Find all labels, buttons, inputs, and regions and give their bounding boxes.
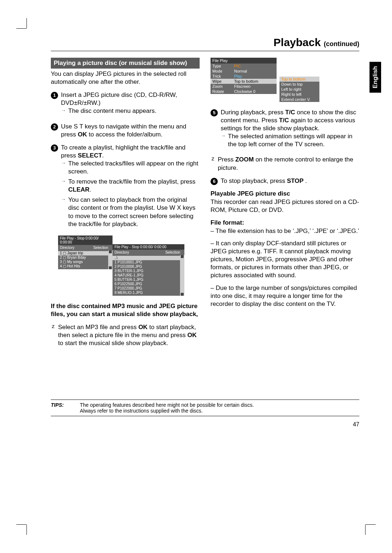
popup-item: Extend center V. — [279, 97, 319, 102]
tips-body: The operating features described here mi… — [80, 402, 254, 414]
col-header: Selection — [89, 245, 113, 250]
wipe-popup: Top to bottom Down to top Left to right … — [279, 77, 319, 102]
step-text: To stop playback, press STOP . — [221, 177, 359, 185]
page-title-continued: (continued) — [324, 40, 359, 48]
jpeg-body: This recorder can read JPEG pictures sto… — [211, 198, 359, 214]
tips-label: TIPS: — [51, 402, 73, 414]
step-text: Insert a JPEG picture disc (CD, CD-R/RW,… — [61, 91, 200, 107]
list-item: ..\ — [113, 256, 180, 260]
intro-text: You can display JPEG pictures in the sel… — [51, 70, 200, 86]
crop-mark-bl — [16, 520, 31, 535]
list-item: 1 P1010001.JPG — [114, 260, 142, 264]
step-number-icon: 2 — [51, 123, 58, 131]
step-result: The selected animation settings will app… — [221, 132, 359, 148]
col-header: Directory — [113, 250, 161, 255]
tips-line: Always refer to the instructions supplie… — [80, 408, 254, 414]
page-number: 47 — [51, 421, 359, 428]
popup-item: Left to right — [279, 87, 319, 92]
step-result: To remove the track/file from the playli… — [61, 178, 200, 194]
list-item: 5 BUTTER-1.JPG — [114, 278, 143, 282]
step-result: The disc content menu appears. — [61, 107, 200, 115]
step-result: You can select to playback from the orig… — [61, 196, 200, 228]
ff-item: – The file extension has to be ‘.JPG,’ ‘… — [211, 227, 359, 235]
tips-line: The operating features described here mi… — [80, 402, 254, 408]
list-item: 3 ▢ My songs — [60, 260, 83, 264]
step-number-icon: 3 — [51, 144, 58, 152]
list-item: 2 ▢ Bryan Bday — [60, 255, 86, 259]
menu-key: Type — [211, 64, 232, 69]
list-item: 2 P1010008.JPG — [114, 265, 142, 269]
menu-key: Zoom — [211, 84, 232, 89]
step-result: The selected tracks/files will appear on… — [61, 160, 200, 176]
right-column: File Play TypePIC ModeNormal TrickPlay W… — [211, 58, 359, 352]
step-number-icon: 5 — [211, 109, 218, 116]
page-title: Playback — [274, 36, 324, 48]
popup-item: Top to bottom — [279, 77, 319, 82]
menu-val: Normal — [232, 69, 277, 74]
settings-menu: File Play TypePIC ModeNormal TrickPlay W… — [211, 58, 277, 102]
tips-footer: TIPS: The operating features described h… — [51, 400, 359, 416]
fileformat-subhead: File format: — [211, 219, 359, 226]
panel-title: File Play - Stop 0:00:00/ 0:00:00 — [113, 244, 184, 250]
scrollbar — [180, 255, 184, 296]
mp3-note-heading: If the disc contained MP3 music and JPEG… — [51, 302, 200, 318]
crop-mark-tl — [16, 18, 31, 33]
panel-title: File Play - Stop 0:00:00/ 0:00:00 — [58, 235, 113, 245]
menu-title: File Play — [211, 58, 277, 64]
list-item: 4 NATURE-1.JPG — [114, 273, 143, 277]
menu-val: Top to bottom — [232, 79, 277, 84]
step-1: 1 Insert a JPEG picture disc (CD, CD-R/R… — [51, 91, 200, 117]
step-6: 6 To stop playback, press STOP . — [211, 177, 359, 185]
step-3: 3 To create a playlist, highlight the tr… — [51, 144, 200, 230]
col-header: Selection — [161, 250, 184, 255]
file-browser-figure: File Play - Stop 0:00:00/ 0:00:00 Direct… — [58, 235, 200, 296]
scrollbar — [108, 250, 113, 269]
file-list: ..\ 1 P1010001.JPG 2 P1010008.JPG 3 BUTT… — [113, 255, 180, 296]
step-5: 5 During playback, press T/C once to sho… — [211, 108, 359, 151]
menu-val: Fitscreen — [232, 84, 277, 89]
menu-key: Mode — [211, 69, 232, 74]
list-item: 6 P1022500.JPG — [114, 282, 142, 286]
list-item: 3 BUTTER-1.JPG — [114, 269, 143, 273]
list-item: 8 MERLIO-1.JPG — [114, 291, 143, 295]
list-item: 4 ▢ Hot Hits — [60, 264, 80, 268]
step-text: To create a playlist, highlight the trac… — [61, 144, 200, 160]
step-text: During playback, press T/C once to show … — [221, 108, 359, 132]
step-text: Use S T keys to navigate within the menu… — [61, 123, 200, 139]
popup-item: Right to left — [279, 92, 319, 97]
section-heading: Playing a picture disc (or musical slide… — [51, 58, 200, 69]
directory-panel: File Play - Stop 0:00:00/ 0:00:00 Direct… — [58, 235, 113, 269]
col-header: Directory — [58, 245, 89, 250]
list-item: 7 P1022000.JPG — [114, 286, 142, 290]
step-2: 2 Use S T keys to navigate within the me… — [51, 123, 200, 139]
menu-key: Trick — [211, 74, 232, 79]
menu-val: Clockwise 0 — [232, 89, 277, 94]
jpeg-subhead: Playable JPEG picture disc — [211, 190, 359, 197]
menu-val: Play — [232, 74, 277, 79]
page-header: Playback (continued) — [51, 36, 359, 51]
selection-panel: File Play - Stop 0:00:00/ 0:00:00 Direct… — [113, 244, 184, 296]
settings-figure: File Play TypePIC ModeNormal TrickPlay W… — [211, 58, 359, 102]
popup-item: Down to top — [279, 82, 319, 87]
step-number-icon: 1 — [51, 92, 58, 99]
step-number-icon: 6 — [211, 178, 218, 185]
crop-mark-br — [361, 520, 376, 535]
list-item: 1 ▢ Japan trip — [58, 251, 108, 255]
menu-val: PIC — [232, 64, 277, 69]
mp3-note-body: Select an MP3 file and press OK to start… — [51, 323, 200, 347]
left-column: Playing a picture disc (or musical slide… — [51, 58, 200, 352]
menu-key: Wipe — [211, 79, 232, 84]
ff-item: – It can only display DCF-standard still… — [211, 239, 359, 279]
directory-list: 1 ▢ Japan trip 2 ▢ Bryan Bday 3 ▢ My son… — [58, 250, 108, 269]
language-tab: English — [369, 62, 381, 93]
zoom-note: Press ZOOM on the remote control to enla… — [211, 156, 359, 172]
menu-key: Rotate — [211, 89, 232, 94]
ff-item: – Due to the large number of songs/pictu… — [211, 284, 359, 308]
